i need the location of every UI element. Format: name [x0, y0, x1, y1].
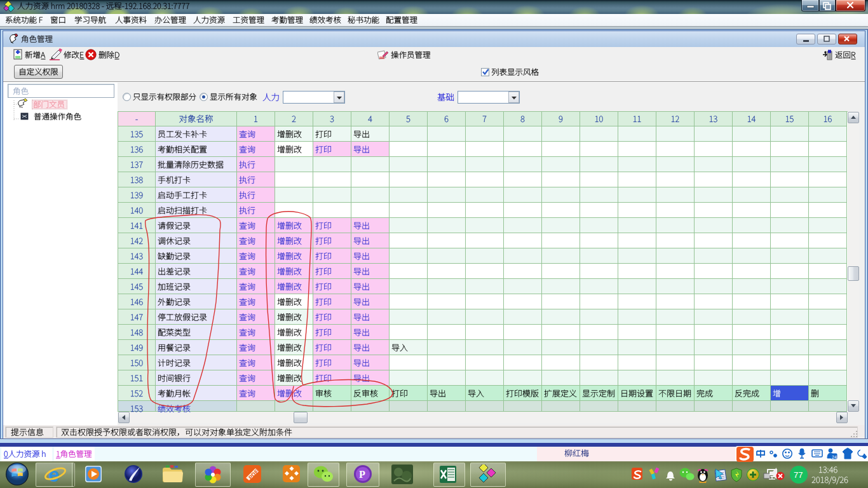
- svg-text:24: 24: [832, 455, 837, 459]
- svg-text:P: P: [359, 469, 365, 480]
- svg-text:77: 77: [794, 470, 803, 480]
